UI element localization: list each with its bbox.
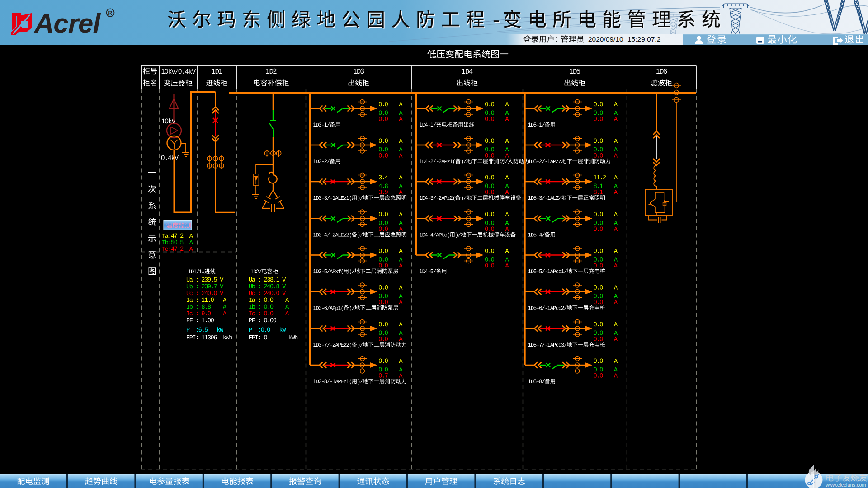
svg-text:R: R [108,10,113,16]
svg-text:15:29:07.2: 15:29:07.2 [627,35,660,43]
svg-text:Acrel: Acrel [33,8,101,38]
svg-text:www.elecfans.com: www.elecfans.com [825,482,866,488]
svg-text:2020/09/10: 2020/09/10 [588,35,623,43]
